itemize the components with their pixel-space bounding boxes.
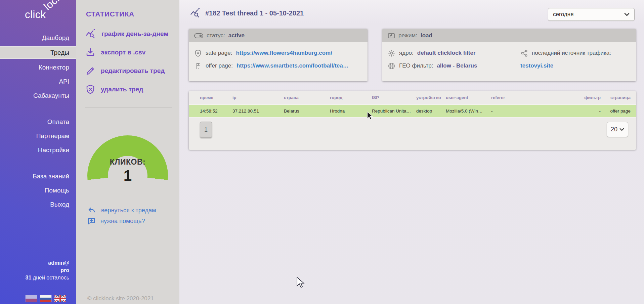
page-size-select[interactable]: 20: [607, 122, 628, 137]
status-label: статус:: [207, 32, 225, 39]
account-info: admin@ pro 31 дней осталось: [26, 259, 69, 281]
sidebar-item-partners[interactable]: Партнерам: [0, 130, 76, 142]
core-value: default clicklock filter: [417, 50, 476, 56]
sidebar-item-connector[interactable]: Коннектор: [0, 62, 76, 73]
sidebar-item-api[interactable]: API: [0, 76, 76, 87]
chevron-down-icon: [624, 13, 630, 16]
period-select[interactable]: сегодня: [548, 8, 635, 21]
clicks-table: время ip страна город ISP устройство use…: [189, 91, 636, 118]
sidebar-item-threads[interactable]: Треды: [0, 46, 76, 59]
period-select-value: сегодня: [553, 11, 624, 18]
column-header-user-agent: user-agent: [446, 91, 491, 104]
cell-country: Belarus: [284, 104, 330, 117]
mode-panel-header: режим: load: [382, 29, 636, 42]
cell-device: desktop: [416, 104, 446, 117]
mode-column-left: ядро: default clicklock filter ГЕО фильт…: [388, 47, 520, 72]
offer-page-link[interactable]: https://www.smartbets.com/football/tea…: [237, 62, 349, 69]
page-title: #182 Test thread 1 - 05-10-2021: [205, 9, 304, 17]
table-row[interactable]: 14:58:52 37.212.80.51 Belarus Hrodna Rep…: [189, 104, 636, 117]
safe-page-label: safe page:: [206, 50, 232, 56]
box-arrow-icon: [388, 33, 395, 39]
nav-gap: [0, 104, 76, 116]
sidebar-nav: Дашборд Треды Коннектор API Сабакаунты О…: [0, 32, 76, 210]
column-header-ip: ip: [232, 91, 284, 104]
sidebar-item-dashboard[interactable]: Дашборд: [0, 32, 76, 44]
core-row: ядро: default clicklock filter: [388, 47, 520, 59]
nav-gap: [0, 159, 76, 171]
account-email: admin@: [26, 259, 69, 267]
menu-item-label: редактировать тред: [101, 67, 165, 75]
flag-poland-icon[interactable]: [26, 295, 37, 302]
menu-item-delete-thread[interactable]: удалить тред: [85, 84, 179, 95]
mode-column-right: последний источник трафика: testovyi.sit…: [520, 47, 631, 72]
toggle-on-icon: [194, 33, 203, 38]
need-help-link[interactable]: нужна помощь?: [87, 216, 179, 226]
language-switcher: [26, 295, 66, 302]
account-days-left: 31 дней осталось: [26, 274, 69, 281]
mode-label: режим:: [398, 32, 417, 39]
traffic-source-label: последний источник трафика:: [532, 50, 611, 56]
traffic-source-row: последний источник трафика:: [520, 47, 631, 59]
menu-item-label: график день-за-днем: [101, 30, 168, 38]
page-1-button[interactable]: 1: [200, 122, 212, 138]
cell-ip: 37.212.80.51: [232, 104, 284, 117]
geo-filter-row: ГЕО фильтр: allow - Belarus: [388, 59, 520, 72]
shield-star-icon: [194, 49, 202, 57]
page-size-value: 20: [611, 126, 617, 133]
shield-x-icon: [85, 84, 95, 94]
menu-item-export-csv[interactable]: экспорт в .csv: [85, 47, 179, 58]
safe-page-link[interactable]: https://www.flowers4hamburg.com/: [236, 50, 332, 56]
menu-item-day-by-day-chart[interactable]: график день-за-днем: [85, 28, 179, 40]
cell-user-agent: Mozilla/5.0 (Win…: [446, 104, 491, 117]
status-value: active: [228, 32, 245, 39]
sidebar-item-payment[interactable]: Оплата: [0, 116, 76, 128]
undo-arrow-icon: [87, 206, 96, 214]
column-header-country: страна: [284, 91, 330, 104]
offer-page-row: offer page: https://www.smartbets.com/fo…: [194, 59, 362, 72]
mode-panel-body: ядро: default clicklock filter ГЕО фильт…: [382, 42, 636, 72]
flag-uk-icon[interactable]: [54, 295, 66, 302]
column-header-page: страница: [606, 91, 636, 104]
chevron-down-icon: [619, 128, 624, 131]
column-header-device: устройство: [416, 91, 446, 104]
flag-russia-icon[interactable]: [40, 295, 51, 302]
status-panel: статус: active safe page: https://www.fl…: [189, 29, 368, 81]
sidebar-item-subaccounts[interactable]: Сабакаунты: [0, 90, 76, 101]
pencil-icon: [85, 66, 95, 76]
main-content: #182 Test thread 1 - 05-10-2021 сегодня …: [179, 0, 644, 304]
mode-panel: режим: load ядро: default clicklock filt…: [382, 29, 636, 81]
offer-page-label: offer page:: [206, 62, 233, 69]
cell-isp: Republican Unita…: [372, 104, 416, 117]
menu-item-label: удалить тред: [101, 86, 143, 93]
account-plan: pro: [26, 267, 69, 274]
divider: [85, 107, 172, 108]
globe-icon: [388, 62, 395, 70]
cell-referer: -: [491, 104, 572, 117]
sidebar: click lock Дашборд Треды Коннектор API С…: [0, 0, 76, 304]
geo-filter-label: ГЕО фильтр:: [399, 62, 433, 69]
cell-page: offer page: [606, 104, 636, 117]
cell-filter: -: [572, 104, 606, 117]
traffic-source-value-row: testovyi.site: [520, 59, 631, 72]
clicks-gauge: КЛИКОВ: 1: [87, 135, 168, 216]
gear-icon: [388, 49, 395, 57]
column-header-city: город: [330, 91, 372, 104]
table-header-row: время ip страна город ISP устройство use…: [189, 91, 636, 104]
core-label: ядро:: [399, 50, 414, 56]
sidebar-item-settings[interactable]: Настройки: [0, 144, 76, 156]
share-icon: [520, 49, 528, 57]
mode-value: load: [421, 32, 432, 39]
sidebar-item-help[interactable]: Помощь: [0, 185, 76, 196]
menu-item-edit-thread[interactable]: редактировать тред: [85, 65, 179, 77]
geo-filter-value: allow - Belarus: [437, 62, 477, 69]
column-header-referer: referer: [491, 91, 572, 104]
sidebar-item-knowledge-base[interactable]: База знаний: [0, 171, 76, 182]
clicklock-logo[interactable]: click lock: [0, 0, 76, 28]
statistics-menu: график день-за-днем экспорт в .csv редак…: [76, 28, 179, 95]
flag-milestone-icon: [194, 62, 202, 70]
traffic-source-link[interactable]: testovyi.site: [520, 62, 553, 69]
sidebar-item-logout[interactable]: Выход: [0, 199, 76, 210]
chart-magnifier-icon: [189, 8, 201, 18]
clicks-table-panel: время ip страна город ISP устройство use…: [189, 91, 636, 150]
copyright-footer: © clicklock.site 2020-2021: [87, 295, 154, 302]
